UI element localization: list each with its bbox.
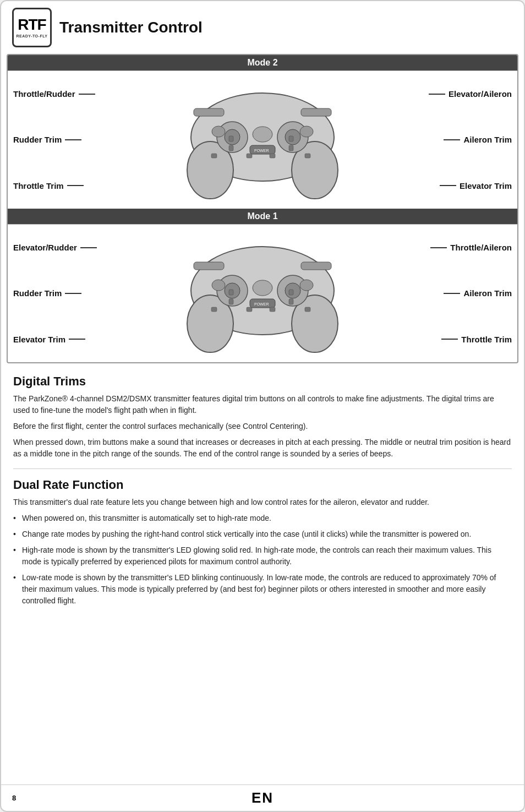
mode2-right-text-1: Aileron Trim	[463, 135, 512, 144]
mode1-label-left-1: Rudder Trim	[13, 281, 85, 306]
mode2-left-text-2: Throttle Trim	[13, 181, 64, 190]
page: RTF READY-TO-FLY Transmitter Control Mod…	[0, 0, 525, 812]
mode1-left-labels: Elevator/Rudder Rudder Trim Elevator Tri…	[8, 225, 104, 362]
mode1-right-text-1: Aileron Trim	[463, 288, 512, 298]
mode2-left-text-0: Throttle/Rudder	[13, 89, 75, 99]
svg-text:POWER: POWER	[254, 302, 269, 306]
svg-rect-34	[211, 307, 217, 312]
controller-svg-mode2: POWER	[177, 77, 348, 203]
svg-rect-32	[194, 262, 224, 270]
svg-point-7	[253, 127, 272, 142]
dual-rate-intro: This transmitter's dual rate feature let…	[13, 497, 512, 508]
svg-point-29	[253, 280, 272, 296]
mode2-right-text-0: Elevator/Aileron	[449, 89, 512, 99]
mode1-right-text-2: Throttle Trim	[461, 335, 512, 344]
svg-rect-36	[229, 290, 233, 295]
connector	[430, 247, 447, 248]
svg-rect-38	[270, 307, 275, 312]
mode2-label-right-2: Elevator Trim	[436, 173, 512, 198]
connector	[429, 94, 445, 95]
mode1-label-left-2: Elevator Trim	[13, 327, 89, 352]
controller-svg-mode1: POWER	[177, 230, 348, 357]
diagram-section: Mode 2 Throttle/Rudder Rudder Trim Throt…	[7, 54, 518, 363]
svg-point-20	[212, 126, 225, 137]
mode2-right-text-2: Elevator Trim	[460, 181, 512, 190]
logo-sub: READY-TO-FLY	[17, 34, 48, 38]
dual-rate-bullets: When powered on, this transmitter is aut…	[13, 513, 512, 607]
mode2-block: Throttle/Rudder Rudder Trim Throttle Tri…	[8, 70, 517, 209]
bullet-item-1: Change rate modes by pushing the right-h…	[13, 528, 512, 540]
language-label: EN	[251, 789, 274, 806]
connector	[444, 293, 460, 294]
digital-trims-para-1: Before the first flight, center the cont…	[13, 421, 512, 432]
logo-rtf: RTF	[18, 17, 46, 32]
bullet-item-0: When powered on, this transmitter is aut…	[13, 513, 512, 524]
mode1-label-right-0: Throttle/Aileron	[427, 235, 512, 260]
mode2-controller: POWER	[104, 71, 421, 209]
bullet-item-2: High-rate mode is shown by the transmitt…	[13, 544, 512, 568]
svg-rect-11	[301, 108, 331, 116]
mode2-label-left-0: Throttle/Rudder	[13, 81, 99, 106]
connector	[444, 139, 460, 140]
svg-rect-14	[229, 136, 233, 141]
svg-point-43	[300, 280, 313, 291]
mode1-left-text-0: Elevator/Rudder	[13, 243, 77, 252]
logo: RTF READY-TO-FLY	[12, 8, 52, 47]
connector	[79, 94, 95, 95]
svg-rect-41	[289, 299, 293, 304]
header: RTF READY-TO-FLY Transmitter Control	[1, 1, 524, 54]
connector	[440, 185, 456, 186]
mode1-label-left-0: Elevator/Rudder	[13, 235, 100, 260]
svg-rect-40	[289, 290, 293, 295]
svg-rect-37	[229, 299, 233, 304]
svg-rect-13	[247, 154, 252, 158]
svg-rect-33	[301, 262, 331, 270]
mode2-left-labels: Throttle/Rudder Rudder Trim Throttle Tri…	[8, 71, 104, 209]
mode1-header: Mode 1	[8, 209, 517, 224]
svg-text:POWER: POWER	[254, 149, 269, 152]
mode2-right-labels: Elevator/Aileron Aileron Trim Elevator T…	[421, 71, 517, 209]
content-area: Digital Trims The ParkZone® 4-channel DS…	[1, 363, 524, 784]
mode1-right-labels: Throttle/Aileron Aileron Trim Throttle T…	[421, 225, 517, 362]
connector	[80, 247, 97, 248]
connector	[65, 293, 81, 294]
mode1-left-text-2: Elevator Trim	[13, 335, 65, 344]
mode2-label-right-1: Aileron Trim	[440, 127, 512, 152]
svg-rect-16	[270, 154, 275, 158]
mode1-left-text-1: Rudder Trim	[13, 288, 62, 298]
mode2-header: Mode 2	[8, 55, 517, 70]
mode2-left-text-1: Rudder Trim	[13, 135, 62, 144]
digital-trims-para-0: The ParkZone® 4-channel DSM2/DSMX transm…	[13, 393, 512, 416]
svg-rect-17	[305, 154, 310, 158]
dual-rate-title: Dual Rate Function	[13, 478, 512, 492]
bullet-item-3: Low-rate mode is shown by the transmitte…	[13, 572, 512, 607]
connector	[441, 339, 458, 340]
connector	[67, 185, 84, 186]
svg-rect-35	[247, 307, 252, 312]
svg-rect-19	[289, 145, 293, 151]
mode2-label-left-2: Throttle Trim	[13, 173, 87, 198]
svg-point-42	[212, 280, 225, 291]
mode1-controller: POWER	[104, 225, 421, 362]
svg-rect-12	[211, 154, 217, 158]
connector	[65, 139, 81, 140]
digital-trims-title: Digital Trims	[13, 374, 512, 389]
section-divider	[13, 468, 512, 469]
mode1-right-text-0: Throttle/Aileron	[450, 243, 512, 252]
mode2-label-left-1: Rudder Trim	[13, 127, 85, 152]
page-number: 8	[12, 794, 16, 802]
digital-trims-para-2: When pressed down, trim buttons make a s…	[13, 437, 512, 460]
svg-rect-15	[229, 145, 233, 151]
svg-point-21	[300, 126, 313, 137]
connector	[69, 339, 85, 340]
mode1-label-right-1: Aileron Trim	[440, 281, 512, 306]
mode1-block: Elevator/Rudder Rudder Trim Elevator Tri…	[8, 224, 517, 362]
mode2-label-right-0: Elevator/Aileron	[425, 81, 512, 106]
svg-rect-18	[289, 136, 293, 141]
svg-rect-10	[194, 108, 224, 116]
svg-rect-39	[305, 307, 310, 312]
page-title: Transmitter Control	[59, 19, 203, 36]
footer: 8 EN	[1, 784, 524, 811]
mode1-label-right-2: Throttle Trim	[438, 327, 512, 352]
